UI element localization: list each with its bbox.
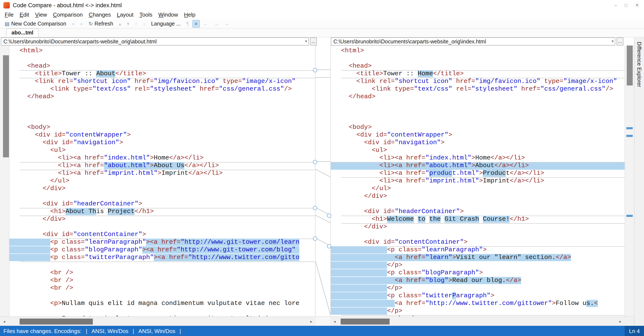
- ignore-whitespace-icon: ¶: [184, 20, 191, 27]
- show-changes-icon[interactable]: ≡: [192, 20, 200, 27]
- refresh-button[interactable]: ↻Refresh: [86, 20, 116, 27]
- toolbar: ▤New Code Comparison«»↻Refresh▴▾↑↓Langua…: [0, 19, 644, 28]
- diff-map-mark[interactable]: [626, 215, 633, 217]
- code-line: <div id="contentContainer">: [20, 231, 315, 239]
- menu-window[interactable]: Window: [156, 11, 181, 19]
- code-line: <br />: [20, 277, 315, 285]
- diff-map-mark[interactable]: [626, 135, 633, 137]
- menu-file[interactable]: File: [2, 11, 16, 19]
- code-line: </p>: [341, 308, 625, 315]
- code-line: [20, 108, 315, 116]
- code-line: <head>: [341, 62, 625, 70]
- right-diff-map-scrollbar[interactable]: [625, 45, 634, 317]
- window-controls: – □ ✕: [614, 2, 641, 8]
- menu-layout[interactable]: Layout: [114, 11, 136, 19]
- code-compare-window: Code Compare - about.html <-> index.html…: [0, 0, 644, 336]
- code-line: [20, 193, 315, 200]
- left-horizontal-scrollbar[interactable]: ◂ ▸: [0, 317, 316, 326]
- merge-change-button[interactable]: [327, 214, 331, 218]
- code-line: </div>: [341, 193, 625, 200]
- code-line: <div id="navigation">: [20, 139, 315, 147]
- merge-change-button[interactable]: [313, 237, 317, 241]
- scroll-right-icon[interactable]: ▸: [617, 318, 624, 325]
- new-code-comparison-button[interactable]: ▤New Code Comparison: [2, 20, 68, 27]
- code-line: </ul>: [341, 185, 625, 193]
- code-line: <body>: [20, 124, 315, 131]
- code-line: <h1>About This Project</h1>: [20, 208, 315, 216]
- menu-help[interactable]: Help: [181, 11, 198, 19]
- left-code-editor[interactable]: <html> <head> <title>Tower :: About</tit…: [9, 45, 316, 317]
- scroll-left-icon[interactable]: ◂: [331, 318, 338, 325]
- code-line: <p class="twitterParagraph"><a href="htt…: [20, 254, 315, 262]
- code-line: <p>Nullam quis elit id magna condimentum…: [20, 300, 315, 308]
- right-code-editor[interactable]: <html> <head> <title>Tower :: Home</titl…: [330, 45, 625, 317]
- code-line: <link rel="shortcut icon" href="img/favi…: [341, 78, 625, 85]
- next-difference-icon: ▾: [125, 20, 132, 27]
- swap-panes-icon: ↔: [222, 20, 232, 27]
- code-line: [341, 108, 625, 116]
- chevron-down-icon[interactable]: ▾: [612, 39, 614, 43]
- code-line: <p class="twitterParagraph">: [341, 292, 625, 300]
- code-line: <ul>: [341, 147, 625, 154]
- status-separator: |: [86, 328, 87, 334]
- left-browse-button[interactable]: ...: [310, 37, 317, 45]
- minimize-button[interactable]: –: [614, 2, 617, 8]
- language-menu[interactable]: Language ...: [149, 20, 183, 27]
- code-line: <br />: [20, 269, 315, 277]
- code-line: <div id="headerContainer">: [20, 200, 315, 208]
- code-line: [20, 101, 315, 108]
- code-line: <link type="text/css" rel="stylesheet" h…: [20, 85, 315, 93]
- right-hscroll-thumb[interactable]: [341, 319, 390, 325]
- merge-change-button[interactable]: [327, 244, 331, 248]
- code-line: [20, 223, 315, 231]
- code-line: <br />: [20, 285, 315, 292]
- scroll-left-icon[interactable]: ◂: [1, 318, 8, 325]
- tab-about-html[interactable]: abo...tml: [6, 28, 39, 37]
- code-line: [20, 55, 315, 62]
- first-difference-icon: ↑: [133, 20, 140, 27]
- chevron-down-icon[interactable]: ▾: [305, 39, 307, 43]
- right-horizontal-scrollbar[interactable]: ◂ ▸: [330, 317, 625, 326]
- left-diff-map-scrollbar[interactable]: [0, 45, 9, 317]
- tab-bar: abo...tml: [0, 28, 644, 37]
- menu-changes[interactable]: Changes: [86, 11, 114, 19]
- code-line: <li><a href="about.html">About Us</a></l…: [20, 162, 315, 170]
- code-line: <ul>: [20, 147, 315, 154]
- code-line: <div id="headerContainer">: [341, 208, 625, 216]
- menu-comparison[interactable]: Comparison: [50, 11, 86, 19]
- status-encoding: ANSI, Win/Dos: [92, 328, 128, 334]
- right-map-thumb[interactable]: [627, 45, 633, 85]
- left-map-thumb[interactable]: [3, 55, 9, 157]
- scrollbar-corner: [625, 317, 634, 326]
- scroll-right-icon[interactable]: ▸: [308, 318, 315, 325]
- menu-view[interactable]: View: [32, 11, 50, 19]
- diff-map-mark[interactable]: [626, 127, 633, 129]
- left-hscroll-thumb[interactable]: [20, 319, 93, 325]
- previous-comparison-icon: «: [70, 20, 77, 27]
- code-line: <div id="contentWrapper">: [341, 131, 625, 139]
- code-line: <p class="blogParagraph"><a href="http:/…: [20, 246, 315, 254]
- maximize-button[interactable]: □: [625, 2, 628, 8]
- right-browse-button[interactable]: ...: [616, 37, 623, 45]
- code-line: <link type="text/css" rel="stylesheet" h…: [341, 85, 625, 93]
- right-file-path-combo[interactable]: C:\Users\brunobrito\Documents\carparts-w…: [331, 37, 615, 45]
- code-line: <li><a href="product.html">Product</a></…: [341, 170, 625, 177]
- merge-change-button[interactable]: [313, 206, 317, 210]
- left-file-path-combo[interactable]: C:\Users\brunobrito\Documents\carparts-w…: [1, 37, 309, 45]
- menu-edit[interactable]: Edit: [16, 11, 32, 19]
- code-line: </p>: [341, 262, 625, 269]
- code-line: <html>: [341, 47, 625, 55]
- close-button[interactable]: ✕: [635, 2, 639, 8]
- copy-to-left-icon: ←: [201, 20, 210, 27]
- diff-connector-area: [316, 45, 330, 317]
- title-bar: Code Compare - about.html <-> index.html…: [0, 0, 644, 10]
- code-line: <p class="learnParagraph">: [341, 246, 625, 254]
- menu-tools[interactable]: Tools: [136, 11, 156, 19]
- code-line: <head>: [20, 62, 315, 70]
- status-separator: |: [133, 328, 134, 334]
- code-line: <a href="blog">Read our blog.</a>: [341, 277, 625, 285]
- merge-change-button[interactable]: [313, 68, 317, 72]
- code-line: <p class="blogParagraph">: [341, 269, 625, 277]
- merge-change-button[interactable]: [313, 160, 317, 164]
- difference-explorer-tab[interactable]: Difference Explorer: [634, 37, 644, 326]
